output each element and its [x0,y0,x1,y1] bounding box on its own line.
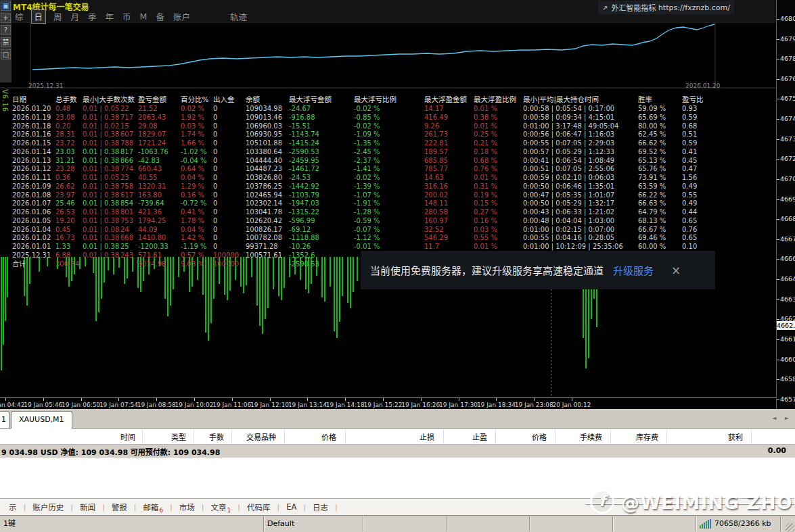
stats-cell: -1143.74 [289,130,319,139]
trade-col-获利: 获利 [728,431,743,442]
terminal-tab-代码库[interactable]: 代码库 [240,502,277,512]
stats-cell: 0.01 | 0.38 [83,130,119,139]
terminal-tab-日志[interactable]: 日志 [306,502,335,512]
stats-cell: 65.76 % [638,165,666,174]
resize-grip[interactable] [786,523,794,532]
price-axis[interactable]: 4662.12 4680.504679.304678.104676.904675… [776,0,795,409]
stats-cell: 0.01 | 0.05 [83,174,119,183]
stats-cell: 0.76 [682,226,697,235]
menu-item-账户[interactable]: 账户 [172,10,191,23]
stats-cell: 1.33 [55,243,70,251]
price-tick [777,199,779,200]
stats-cell: 0 [213,114,217,122]
stats-cell: -10.26 [289,243,311,251]
terminal-tab-市场[interactable]: 市场 [173,502,202,512]
price-tick [777,19,779,20]
stats-cell: 29.08 [138,122,158,131]
price-label: 4679.30 [780,35,795,43]
stats-cell: 0.49 [682,199,697,208]
stats-cell: 300.84 [55,260,79,269]
time-label: 19 Jan 18:34 [477,402,516,408]
terminal-tab-EA[interactable]: EA [279,502,303,512]
close-icon[interactable]: × [671,264,681,277]
stats-cell: 2026.01.08 [12,191,51,200]
menu-item-备[interactable]: 备 [154,10,166,23]
menu-item-币[interactable]: 币 [121,10,133,23]
stats-cell: 0:00:50 | 0:06:46 | 1:35:01 [523,183,614,191]
brand-url: https://fxznzb.com/ [658,3,730,12]
menu-item-M[interactable]: M [139,11,149,22]
stats-cell: 2026.01.15 [12,139,51,148]
menu-item-轨迹[interactable]: 轨迹 [229,10,248,23]
column-separator [142,430,143,443]
stats-row: 2026.01.110.360.01 | 0.052340.550.04 %01… [0,174,776,183]
menu-item-日[interactable]: 日 [31,9,47,24]
terminal-tab-邮箱[interactable]: 邮箱6 [136,502,170,512]
stats-cell: 421.36 [138,208,162,217]
chart-tab-active[interactable]: XAUUSD,M1 [11,411,72,429]
time-axis[interactable]: 19 Jan 04:4219 Jan 05:4619 Jan 06:5019 J… [0,397,776,410]
menu-item-季[interactable]: 季 [87,10,98,23]
time-tick [496,398,497,401]
stats-cell: 817 [120,148,133,157]
stats-cell: 0:01:00 | 3:17:48 | 49:05:04 [523,122,618,131]
stats-cell: 80.00 % [638,122,666,131]
terminal-tab-警报[interactable]: 警报 [105,502,134,512]
move-crosshair-icon[interactable]: + [1,13,11,23]
menu-item-综[interactable]: 综 [14,10,25,23]
stats-cell: 0.01 % [474,174,497,183]
time-tick [118,398,119,401]
stats-cell: 1410.80 [138,234,166,243]
status-profile[interactable]: Default [264,516,363,531]
trade-col-止盈: 止盈 [472,431,487,442]
stats-row: 2026.01.0926.620.01 | 0.387581320.311.29… [0,183,776,191]
menu-item-月[interactable]: 月 [70,10,81,23]
stats-cell: 2026.01.02 [12,234,51,243]
stats-cell: 23.72 [55,139,75,148]
banner-message: 当前使用免费服务器，建议升级服务享高速稳定通道 [370,263,604,277]
upgrade-banner: 当前使用免费服务器，建议升级服务享高速稳定通道 升级服务 × [361,251,715,289]
stats-cell: 0 [213,105,217,114]
stats-cell: 102465.94 [246,191,282,200]
stats-cell: 0.01 | 0.38 [83,183,119,191]
terminal-tab-账户历史[interactable]: 账户历史 [26,502,70,512]
terminal-tab-新闻[interactable]: 新闻 [73,502,102,512]
chart-tab-partial[interactable]: 1 [0,411,9,428]
status-connection[interactable]: 70658/2366 kb [696,516,781,531]
trade-col-价格: 价格 [532,431,547,442]
brand-link[interactable]: ↗ 外汇智能指标 https://fxznzb.com/ [598,1,734,14]
tab-badge: 1 [227,507,231,514]
stats-cell: 2026.01.20 [12,105,51,114]
stats-cell: -1415.24 [289,139,319,148]
trade-table-header: 时间类型手数交易品种价格止损止盈价格手续费库存费获利 [0,429,795,445]
menu-item-周[interactable]: 周 [52,10,64,23]
stats-cell: 2026.01.18 [12,122,51,131]
price-tick [777,339,779,340]
profit-total: 0.00 [768,446,786,455]
menu-item-年[interactable]: 年 [104,10,116,23]
stats-cell: 2026.01.04 [12,226,51,235]
app-icon[interactable]: ▣ [1,1,11,11]
time-label: 20 Jan 00:12 [553,402,591,408]
stats-cell: 6.88 [55,251,70,260]
column-separator [666,430,667,443]
help-icon[interactable]: ? [1,25,11,35]
price-tick [777,219,779,220]
stats-cell: 0.02 % [181,105,204,114]
price-label: 4674.50 [780,115,795,122]
price-tick [777,159,779,160]
price-tick [777,99,779,99]
upgrade-link[interactable]: 升级服务 [613,263,654,277]
tab-scroll-arrows[interactable]: ◄ ► [772,415,792,421]
mt4-window: MT4统计每一笔交易 ↗ 外汇智能指标 https://fxznzb.com/ … [0,0,795,532]
column-separator [610,430,611,443]
terminal-tab-示[interactable]: 示 [2,502,24,512]
price-tick [777,379,779,380]
terminal-tab-文章[interactable]: 文章1 [204,502,238,512]
window-copy-icon[interactable]: □ [1,49,11,59]
stats-cell: 23.08 [55,114,75,122]
stats-row: 2026.01.040.450.01 | 0.082444.090.04 %01… [0,226,776,235]
stats-cell: 2025.12.31 [12,251,51,260]
stats-cell: 100571.61 [246,251,282,260]
ban-icon[interactable]: 禁 [1,37,11,47]
